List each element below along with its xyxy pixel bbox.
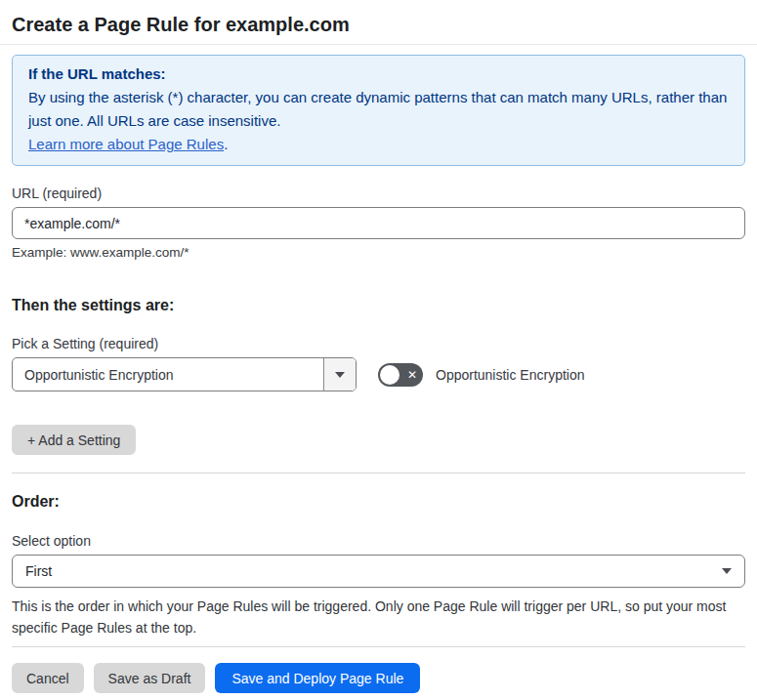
order-help-text: This is the order in which your Page Rul… [12,596,739,638]
order-select-value: First [25,563,52,579]
url-match-info-box: If the URL matches: By using the asteris… [12,55,745,166]
footer-divider [12,646,745,647]
cancel-button[interactable]: Cancel [12,663,84,693]
info-box-link-line: Learn more about Page Rules. [28,133,729,156]
add-setting-button[interactable]: + Add a Setting [12,425,136,455]
info-box-body: By using the asterisk (*) character, you… [28,86,729,133]
setting-select[interactable]: Opportunistic Encryption [12,357,357,391]
save-and-deploy-button[interactable]: Save and Deploy Page Rule [215,663,420,693]
info-box-heading: If the URL matches: [28,62,729,86]
setting-select-caret-button[interactable] [323,358,356,391]
url-input[interactable] [12,207,745,239]
link-period: . [224,136,228,152]
url-example-text: Example: www.example.com/* [12,245,745,260]
page-title: Create a Page Rule for example.com [12,12,745,37]
order-select[interactable]: First [12,555,745,588]
settings-section-heading: Then the settings are: [12,297,745,314]
learn-more-link[interactable]: Learn more about Page Rules [28,136,224,152]
chevron-down-icon [722,568,732,574]
section-divider [12,473,745,474]
header-divider [0,44,757,45]
pick-setting-label: Pick a Setting (required) [12,336,745,351]
toggle-knob [380,365,400,385]
opportunistic-encryption-toggle[interactable]: ✕ [378,363,423,387]
setting-select-value: Opportunistic Encryption [13,358,323,391]
chevron-down-icon [335,372,345,378]
footer-actions: Cancel Save as Draft Save and Deploy Pag… [12,663,745,693]
page-rule-form: Create a Page Rule for example.com If th… [0,12,757,693]
toggle-label: Opportunistic Encryption [436,367,585,383]
url-field-label: URL (required) [12,185,745,201]
setting-row: Opportunistic Encryption ✕ Opportunistic… [12,357,745,391]
save-as-draft-button[interactable]: Save as Draft [94,663,206,693]
order-select-label: Select option [12,533,745,549]
order-section-heading: Order: [12,493,745,511]
x-icon: ✕ [407,369,417,381]
